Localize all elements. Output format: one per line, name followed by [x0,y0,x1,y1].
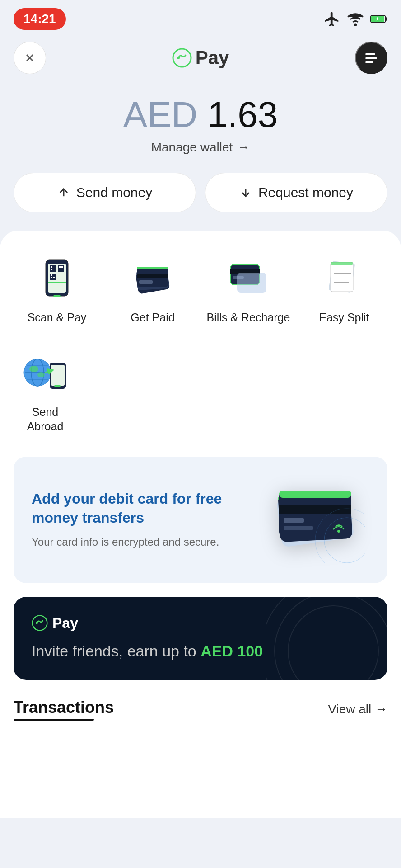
svg-rect-62 [284,526,313,530]
svg-point-70 [36,622,38,624]
promo-card[interactable]: Add your debit card for free money trans… [14,457,387,583]
logo-icon [172,48,192,68]
balance-display: AED 1.63 [14,97,387,133]
svg-point-66 [288,606,378,680]
send-money-label: Send money [76,185,152,200]
svg-rect-18 [59,266,61,268]
invite-amount: AED 100 [200,642,263,660]
logo-text: Pay [196,47,229,69]
svg-point-63 [337,530,340,533]
bills-recharge-label: Bills & Recharge [207,310,290,325]
scan-pay-icon-container [32,253,82,303]
quick-actions-row2: Send Abroad [14,348,387,434]
svg-rect-2 [385,17,387,21]
promo-card-image [261,475,369,565]
svg-point-0 [354,24,356,25]
svg-rect-44 [331,262,353,265]
quick-action-send-abroad[interactable]: Send Abroad [14,348,77,434]
easy-split-icon-container [319,253,369,303]
manage-wallet-text: Manage wallet [151,140,233,155]
balance-amount: 1.63 [208,94,278,135]
svg-rect-53 [51,365,65,386]
svg-rect-61 [284,518,304,523]
request-money-icon [239,186,252,199]
status-icons [323,10,387,28]
svg-rect-21 [51,274,52,276]
card-stack-svg [266,477,365,563]
svg-rect-60 [279,505,351,514]
invite-bg-decoration [266,597,387,680]
scan-pay-illustration [34,255,79,301]
quick-action-easy-split[interactable]: Easy Split [301,253,387,325]
svg-point-68 [266,597,387,680]
wifi-icon [347,10,364,28]
get-paid-illustration [130,255,175,301]
send-abroad-label: Send Abroad [14,405,77,434]
svg-point-51 [37,372,45,377]
get-paid-label: Get Paid [131,310,174,325]
promo-title: Add your debit card for free money trans… [32,490,261,527]
scan-pay-label: Scan & Pay [28,310,87,325]
quick-action-scan-pay[interactable]: Scan & Pay [14,253,100,325]
bills-icon-container [224,253,273,303]
quick-action-get-paid[interactable]: Get Paid [109,253,196,325]
action-buttons-row: Send money Request money [0,164,401,231]
easy-split-label: Easy Split [319,310,369,325]
send-money-button[interactable]: Send money [14,173,196,212]
invite-logo-icon [32,615,48,631]
main-content: Scan & Pay Get Paid [0,231,401,818]
balance-section: AED 1.63 Manage wallet → [0,83,401,164]
status-bar: 14:21 [0,0,401,34]
svg-point-50 [29,366,38,372]
svg-point-69 [33,616,47,631]
svg-rect-25 [53,295,61,297]
easy-split-illustration [322,255,367,301]
bills-illustration [226,255,271,301]
send-money-icon [57,186,70,199]
svg-rect-13 [51,266,52,268]
send-abroad-illustration [20,350,70,395]
svg-rect-29 [137,274,168,278]
svg-point-6 [173,49,191,67]
transactions-title-container: Transactions [14,698,114,721]
svg-rect-36 [237,273,266,293]
view-all-link[interactable]: View all → [328,702,387,717]
transactions-underline [14,719,94,721]
svg-rect-30 [139,280,153,284]
get-paid-icon-container [128,253,177,303]
balance-currency: AED [123,94,198,135]
request-money-button[interactable]: Request money [205,173,387,212]
svg-rect-54 [54,385,61,387]
quick-action-bills-recharge[interactable]: Bills & Recharge [205,253,292,325]
svg-point-7 [177,57,180,59]
battery-icon [370,10,387,28]
svg-rect-16 [53,266,55,268]
invite-text-prefix: Invite friends, earn up to [32,642,200,660]
app-header: Pay [0,34,401,83]
svg-rect-19 [61,266,63,268]
promo-card-text: Add your debit card for free money trans… [32,490,261,550]
view-all-text: View all → [328,702,387,717]
promo-subtitle: Your card info is encrypted and secure. [32,534,261,550]
airplane-icon [323,10,340,28]
svg-rect-22 [51,277,52,278]
hamburger-icon [365,53,377,63]
svg-rect-59 [279,491,351,498]
transactions-title: Transactions [14,698,114,717]
quick-actions-grid: Scan & Pay Get Paid [14,253,387,325]
menu-button[interactable] [355,42,387,74]
close-button[interactable] [14,42,46,74]
invite-card[interactable]: Pay Invite friends, earn up to AED 100 [14,597,387,680]
manage-wallet-link[interactable]: Manage wallet → [151,140,250,155]
transactions-header: Transactions View all → [14,693,387,730]
svg-rect-23 [53,277,55,278]
invite-logo-text: Pay [52,615,78,632]
app-logo: Pay [172,47,229,69]
request-money-label: Request money [258,185,353,200]
send-abroad-icon-container [20,348,70,397]
time-display: 14:21 [14,8,66,30]
svg-rect-15 [51,269,52,270]
arrow-icon: → [237,140,250,155]
svg-rect-31 [137,267,168,269]
svg-rect-39 [331,262,353,292]
